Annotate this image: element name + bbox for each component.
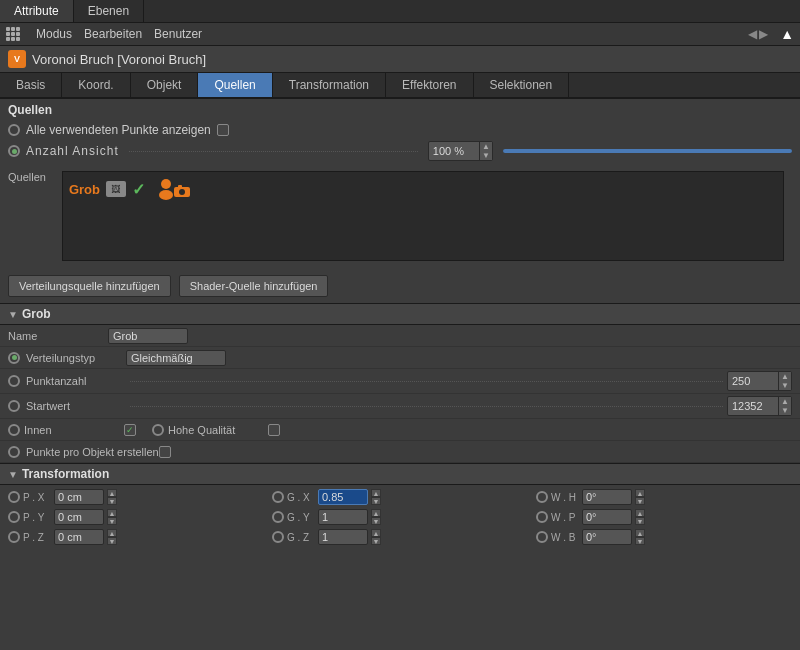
gx-down[interactable]: ▼ [371,497,381,505]
tab-attribute[interactable]: Attribute [0,0,74,22]
pz-down[interactable]: ▼ [107,537,117,545]
compass-icon: ▲ [780,26,794,42]
wp-up[interactable]: ▲ [635,509,645,517]
punkte-pro-check[interactable] [159,446,171,458]
radio-alle-dot[interactable] [8,124,20,136]
tab-objekt[interactable]: Objekt [131,73,199,97]
person-camera-icons [155,178,191,200]
radio-anzahl-dot[interactable] [8,145,20,157]
wh-up[interactable]: ▲ [635,489,645,497]
transform-gz: G . Z ▲▼ [268,527,532,547]
startwert-down[interactable]: ▼ [779,406,791,415]
verteilung-input[interactable] [126,350,226,366]
gz-label: G . Z [287,532,315,543]
startwert-dot[interactable] [8,400,20,412]
tab-transformation[interactable]: Transformation [273,73,386,97]
transform-pz: P . Z ▲▼ [4,527,268,547]
wh-down[interactable]: ▼ [635,497,645,505]
wp-dot[interactable] [536,511,548,523]
gz-dot[interactable] [272,531,284,543]
py-input[interactable] [54,509,104,525]
gz-down[interactable]: ▼ [371,537,381,545]
grob-section-header[interactable]: ▼ Grob [0,303,800,325]
wb-up[interactable]: ▲ [635,529,645,537]
gx-up[interactable]: ▲ [371,489,381,497]
add-shader-button[interactable]: Shader-Quelle hinzufügen [179,275,329,297]
tab-effektoren[interactable]: Effektoren [386,73,473,97]
wb-down[interactable]: ▼ [635,537,645,545]
px-dot[interactable] [8,491,20,503]
pz-label: P . Z [23,532,51,543]
gy-input[interactable] [318,509,368,525]
wp-down[interactable]: ▼ [635,517,645,525]
py-dot[interactable] [8,511,20,523]
gy-dot[interactable] [272,511,284,523]
startwert-stepper[interactable]: ▲ ▼ [727,396,792,416]
anzahl-stepper[interactable]: ▲ ▼ [428,141,493,161]
gz-up[interactable]: ▲ [371,529,381,537]
py-up[interactable]: ▲ [107,509,117,517]
quellen-item-grob[interactable]: Grob 🖼 ✓ [69,178,777,200]
innen-dot[interactable] [8,424,20,436]
punktanzahl-stepper[interactable]: ▲ ▼ [727,371,792,391]
pz-input[interactable] [54,529,104,545]
innen-check[interactable]: ✓ [124,424,136,436]
transform-wh: W . H ▲▼ [532,487,796,507]
gx-dot[interactable] [272,491,284,503]
punkte-pro-dot[interactable] [8,446,20,458]
transform-grid: P . X ▲▼ G . X ▲▼ W . H ▲▼ P . Y ▲▼ G . … [0,485,800,549]
px-down[interactable]: ▼ [107,497,117,505]
grid-icon [6,27,20,41]
menu-bearbeiten[interactable]: Bearbeiten [84,27,142,41]
gy-up[interactable]: ▲ [371,509,381,517]
transform-px: P . X ▲▼ [4,487,268,507]
pz-dot[interactable] [8,531,20,543]
punktanzahl-dot[interactable] [8,375,20,387]
grob-collapse-arrow: ▼ [8,309,18,320]
gz-input[interactable] [318,529,368,545]
punktanzahl-row: Punktanzahl ▲ ▼ [0,369,800,394]
menu-modus[interactable]: Modus [36,27,72,41]
buttons-row: Verteilungsquelle hinzufügen Shader-Quel… [0,269,800,303]
startwert-input[interactable] [728,399,778,413]
verteilung-dot[interactable] [8,352,20,364]
anzahl-down[interactable]: ▼ [480,151,492,160]
wp-input[interactable] [582,509,632,525]
tab-ebenen[interactable]: Ebenen [74,0,144,22]
innen-row: Innen ✓ Hohe Qualität [0,419,800,441]
wb-input[interactable] [582,529,632,545]
transform-section-header[interactable]: ▼ Transformation [0,463,800,485]
tab-selektionen[interactable]: Selektionen [474,73,570,97]
tab-basis[interactable]: Basis [0,73,62,97]
anzahl-slider[interactable] [503,149,792,153]
anzahl-up[interactable]: ▲ [480,142,492,151]
wh-input[interactable] [582,489,632,505]
hohe-qual-dot[interactable] [152,424,164,436]
px-input[interactable] [54,489,104,505]
tab-quellen[interactable]: Quellen [198,73,272,97]
startwert-up[interactable]: ▲ [779,397,791,406]
name-input[interactable] [108,328,188,344]
nav-right-icon[interactable]: ▶ [759,27,768,41]
gx-input[interactable] [318,489,368,505]
punktanzahl-up[interactable]: ▲ [779,372,791,381]
add-verteilung-button[interactable]: Verteilungsquelle hinzufügen [8,275,171,297]
wb-dot[interactable] [536,531,548,543]
gy-down[interactable]: ▼ [371,517,381,525]
anzahl-input[interactable] [429,144,479,158]
nav-left-icon[interactable]: ◀ [748,27,757,41]
menu-benutzer[interactable]: Benutzer [154,27,202,41]
py-down[interactable]: ▼ [107,517,117,525]
punktanzahl-down[interactable]: ▼ [779,381,791,390]
svg-rect-4 [178,185,182,188]
transform-wp: W . P ▲▼ [532,507,796,527]
alle-punkte-check[interactable] [217,124,229,136]
punktanzahl-input[interactable] [728,374,778,388]
px-up[interactable]: ▲ [107,489,117,497]
startwert-row: Startwert ▲ ▼ [0,394,800,419]
tab-koord[interactable]: Koord. [62,73,130,97]
wh-label: W . H [551,492,579,503]
hohe-qual-check[interactable] [268,424,280,436]
pz-up[interactable]: ▲ [107,529,117,537]
wh-dot[interactable] [536,491,548,503]
